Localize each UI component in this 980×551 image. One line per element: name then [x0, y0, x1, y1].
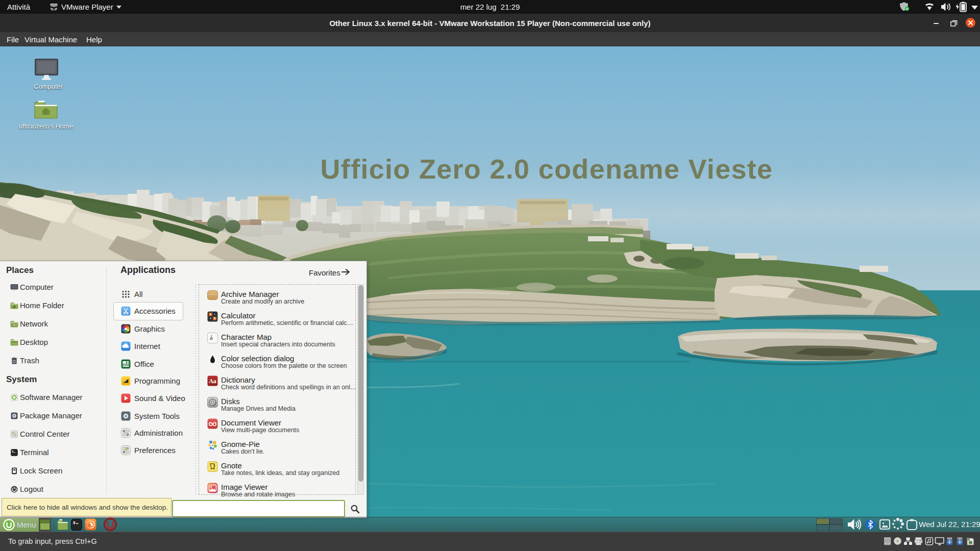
- svg-text:Aa: Aa: [209, 378, 216, 385]
- svg-text:Ufficio Zero 2.0 codename Vies: Ufficio Zero 2.0 codename Vieste: [321, 154, 773, 184]
- svg-text:á: á: [210, 334, 213, 341]
- svg-text:$: $: [73, 520, 76, 525]
